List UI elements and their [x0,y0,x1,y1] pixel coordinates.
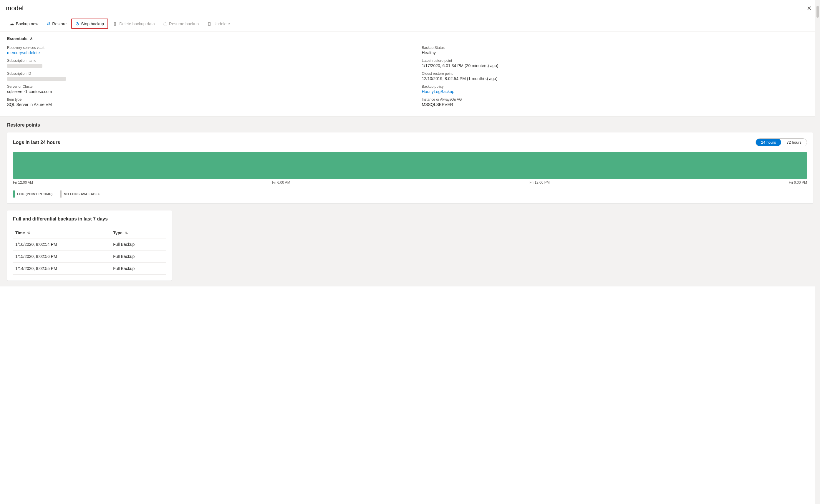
table-row[interactable]: 1/15/2020, 8:02:56 PM Full Backup [13,251,166,263]
row-0-time: 1/16/2020, 8:02:54 PM [13,238,111,251]
legend-no-logs-label: NO LOGS AVAILABLE [64,192,100,196]
x-axis-label-2: Fri 12:00 PM [529,180,550,185]
backups-card: Full and differential backups in last 7 … [7,210,172,281]
undelete-button[interactable]: 🗑 Undelete [203,19,233,28]
scrollbar[interactable] [815,0,820,504]
subscription-name-field: Subscription name [7,59,398,68]
server-cluster-label: Server or Cluster [7,84,398,89]
item-type-value: SQL Server in Azure VM [7,102,398,107]
chart-container: Fri 12:00 AM Fri 6:00 AM Fri 12:00 PM Fr… [13,152,807,188]
legend-log-color [13,190,15,198]
subscription-id-field: Subscription ID [7,72,398,81]
time-72h-button[interactable]: 72 hours [781,139,807,146]
x-axis-label-0: Fri 12:00 AM [13,180,33,185]
title-bar: model ✕ [0,0,820,16]
essentials-title: Essentials [7,36,27,41]
backup-status-label: Backup Status [422,46,813,50]
undelete-icon: 🗑 [207,21,212,26]
backup-icon: ☁ [9,21,14,26]
restore-icon: ↺ [47,21,50,26]
close-button[interactable]: ✕ [804,4,814,13]
server-cluster-value: sqlserver-1.contoso.com [7,89,398,94]
essentials-left: Recovery services vault mercurysoftdelet… [7,46,398,110]
latest-restore-field: Latest restore point 1/17/2020, 6:01:34 … [422,59,813,68]
restore-card-title: Logs in last 24 hours [13,140,60,145]
sort-time-icon: ⇅ [27,231,30,235]
backup-status-value: Healthy [422,50,813,55]
row-1-type: Full Backup [111,251,166,263]
backup-policy-label: Backup policy [422,84,813,89]
delete-backup-data-button[interactable]: 🗑 Delete backup data [109,19,158,28]
col-time[interactable]: Time ⇅ [13,228,111,238]
recovery-vault-value[interactable]: mercurysoftdelete [7,50,40,55]
row-0-type: Full Backup [111,238,166,251]
oldest-restore-field: Oldest restore point 12/10/2019, 8:02:54… [422,72,813,81]
row-2-type: Full Backup [111,263,166,275]
subscription-id-value [7,76,398,81]
table-row[interactable]: 1/14/2020, 8:02:55 PM Full Backup [13,263,166,275]
stop-backup-button[interactable]: ⊘ Stop backup [71,19,108,29]
item-type-label: Item type [7,97,398,102]
backup-policy-value[interactable]: HourlyLogBackup [422,89,455,94]
x-axis-label-1: Fri 6:00 AM [272,180,290,185]
time-24h-button[interactable]: 24 hours [756,139,781,146]
server-cluster-field: Server or Cluster sqlserver-1.contoso.co… [7,84,398,94]
recovery-vault-label: Recovery services vault [7,46,398,50]
backups-card-title: Full and differential backups in last 7 … [13,216,166,222]
legend-no-logs: NO LOGS AVAILABLE [60,190,100,198]
oldest-restore-value: 12/10/2019, 8:02:54 PM (1 month(s) ago) [422,76,813,81]
main-window: model ✕ ☁ Backup now ↺ Restore ⊘ Stop ba… [0,0,820,504]
essentials-right: Backup Status Healthy Latest restore poi… [422,46,813,110]
recovery-vault-field: Recovery services vault mercurysoftdelet… [7,46,398,55]
scrollbar-thumb[interactable] [816,6,819,18]
backup-now-button[interactable]: ☁ Backup now [6,19,42,28]
restore-card-header: Logs in last 24 hours 24 hours 72 hours [13,138,807,146]
backup-policy-field: Backup policy HourlyLogBackup [422,84,813,94]
backup-status-field: Backup Status Healthy [422,46,813,55]
latest-restore-label: Latest restore point [422,59,813,63]
row-1-time: 1/15/2020, 8:02:56 PM [13,251,111,263]
subscription-name-value [7,63,398,68]
delete-icon: 🗑 [113,21,117,26]
chart-legend: LOG (POINT IN TIME) NO LOGS AVAILABLE [13,190,807,198]
restore-button[interactable]: ↺ Restore [43,19,70,28]
restore-points-section-title: Restore points [7,122,813,128]
x-axis-label-3: Fri 6:00 PM [789,180,807,185]
legend-log: LOG (POINT IN TIME) [13,190,53,198]
resume-backup-button[interactable]: ◌ Resume backup [160,19,202,28]
row-2-time: 1/14/2020, 8:02:55 PM [13,263,111,275]
oldest-restore-label: Oldest restore point [422,72,813,76]
stop-icon: ⊘ [75,21,79,26]
item-type-field: Item type SQL Server in Azure VM [7,97,398,107]
legend-no-logs-color [60,190,62,198]
essentials-header[interactable]: Essentials ∧ [7,36,813,41]
table-row[interactable]: 1/16/2020, 8:02:54 PM Full Backup [13,238,166,251]
window-title: model [6,4,24,12]
chevron-up-icon: ∧ [30,36,33,41]
instance-value: MSSQLSERVER [422,102,813,107]
subscription-name-label: Subscription name [7,59,398,63]
legend-log-label: LOG (POINT IN TIME) [17,192,53,196]
restore-points-card: Logs in last 24 hours 24 hours 72 hours … [7,132,813,203]
subscription-id-label: Subscription ID [7,72,398,76]
main-content: Restore points Logs in last 24 hours 24 … [0,117,820,286]
latest-restore-value: 1/17/2020, 6:01:34 PM (20 minute(s) ago) [422,63,813,68]
backups-table: Time ⇅ Type ⇅ 1/16/2020, 8:02:54 PM Full… [13,228,166,275]
chart-bar [13,152,807,179]
chart-x-axis: Fri 12:00 AM Fri 6:00 AM Fri 12:00 PM Fr… [13,179,807,188]
sort-type-icon: ⇅ [125,231,128,235]
instance-label: Instance or AlwaysOn AG [422,97,813,102]
backups-table-body: 1/16/2020, 8:02:54 PM Full Backup 1/15/2… [13,238,166,275]
col-type[interactable]: Type ⇅ [111,228,166,238]
table-header-row: Time ⇅ Type ⇅ [13,228,166,238]
resume-icon: ◌ [163,21,167,26]
essentials-section: Essentials ∧ Recovery services vault mer… [0,31,820,117]
toolbar: ☁ Backup now ↺ Restore ⊘ Stop backup 🗑 D… [0,16,820,31]
time-toggle: 24 hours 72 hours [756,138,807,146]
instance-field: Instance or AlwaysOn AG MSSQLSERVER [422,97,813,107]
essentials-grid: Recovery services vault mercurysoftdelet… [7,46,813,110]
